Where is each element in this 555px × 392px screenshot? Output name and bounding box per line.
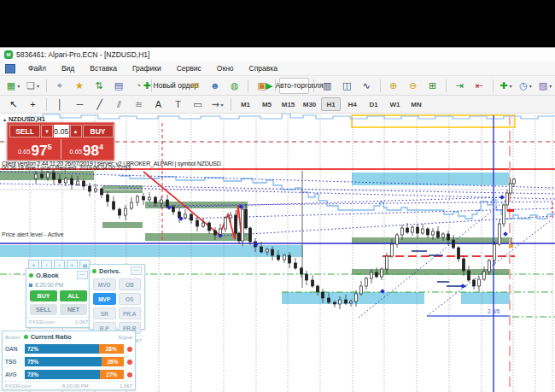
obook-sell-button[interactable]: SELL — [30, 304, 57, 315]
derivs-pra-button[interactable]: PR.A — [119, 307, 142, 319]
derivs-minimize-button[interactable]: — — [131, 266, 142, 275]
new-chart-icon[interactable]: ▦▾ — [4, 78, 22, 94]
chart-area[interactable]: ▲NZDUSD,H1 Client version 2.44 11:20 26/… — [0, 114, 555, 392]
label-icon: T — [175, 99, 181, 109]
crosshair-icon: + — [30, 99, 35, 109]
new-order-button[interactable]: ✚Новый ордер — [156, 78, 184, 94]
chevron-down-icon: ▾ — [510, 83, 512, 89]
new-chart-icon: ▦ — [7, 80, 15, 91]
obook-all-button[interactable]: ALL — [60, 290, 87, 301]
derivs-mvp-button[interactable]: MVP — [93, 293, 116, 305]
tf-mn[interactable]: MN — [406, 97, 426, 111]
bars-icon: ▥ — [323, 80, 331, 91]
line-chart-icon: ∿ — [363, 80, 371, 91]
screenshot-root: M 5836461: Alpari-Pro.ECN - [NZDUSD,H1] … — [0, 0, 555, 392]
profiles-icon[interactable]: ❏▾ — [24, 78, 42, 94]
obook-buy-button[interactable]: BUY — [30, 290, 57, 301]
tf-d1[interactable]: D1 — [364, 97, 383, 111]
tools-slot: ↖+│─╱⫽≋AT▭⇝▾ — [3, 97, 235, 113]
mt4-window: M 5836461: Alpari-Pro.ECN - [NZDUSD,H1] … — [0, 47, 555, 392]
terminal-icon: ▤ — [114, 80, 123, 91]
menu-help[interactable]: Справка — [242, 62, 285, 74]
ratio-row-avg: AVG 73%27% — [3, 368, 135, 381]
menu-insert[interactable]: Вставка — [82, 62, 125, 74]
tile-windows-icon[interactable]: ⊞ — [424, 78, 441, 94]
ratio-row-oan: OAN 72%28% — [3, 342, 135, 355]
volume-up-button[interactable]: ▲ — [70, 125, 82, 137]
zoom-in-icon[interactable]: ⊕ — [384, 78, 402, 94]
menu-file[interactable]: Файл — [20, 62, 54, 74]
vline-icon[interactable]: │ — [51, 97, 69, 113]
cursor-icon[interactable]: ↖ — [4, 97, 22, 113]
label-icon[interactable]: T — [169, 97, 187, 113]
menu-view[interactable]: Вид — [54, 62, 82, 74]
trendline-icon: ╱ — [96, 99, 102, 110]
fibo-icon[interactable]: ≋ — [130, 97, 148, 113]
autoscroll-icon: ⇤ — [475, 80, 482, 91]
indicators-icon[interactable]: ✚▾ — [497, 78, 515, 94]
derivs-ob-button[interactable]: OB — [119, 278, 142, 290]
short-ratio-bar: 28% — [99, 344, 124, 354]
buy-button[interactable]: BUY — [83, 125, 114, 137]
ratio-title: Current Ratio — [31, 333, 119, 341]
menu-charts[interactable]: Графики — [125, 62, 169, 74]
tile-windows-icon: ⊞ — [429, 80, 436, 91]
chevron-down-icon: ▾ — [529, 83, 532, 89]
ratio-footer-site[interactable]: FXSSI.com — [5, 383, 31, 389]
menu-window[interactable]: Окно — [209, 62, 242, 74]
expert-icon[interactable]: ☻ — [206, 78, 224, 94]
expert-icon: ☻ — [210, 80, 220, 91]
tf-m15[interactable]: M15 — [278, 97, 298, 111]
line-chart-icon[interactable]: ∿ — [358, 78, 376, 94]
arrows-icon[interactable]: ⇝▾ — [208, 97, 226, 113]
shift-end-icon[interactable]: ⇥ — [451, 78, 469, 94]
tf-m30[interactable]: M30 — [300, 97, 319, 111]
volume-input[interactable]: 0.05 — [54, 125, 69, 137]
channel-icon[interactable]: ⫽ — [110, 97, 128, 113]
signal-dot-icon — [127, 360, 132, 365]
tf-h4[interactable]: H4 — [342, 97, 362, 111]
obook-minimize-button[interactable]: — — [77, 271, 88, 279]
sell-button[interactable]: SELL — [9, 125, 40, 137]
tf-w1[interactable]: W1 — [385, 97, 405, 111]
chevron-down-icon: ▾ — [17, 83, 20, 89]
market-watch-icon: ⌖ — [57, 80, 62, 91]
ratio-footer-time: 8:20:00 PM — [62, 383, 89, 389]
menu-tools[interactable]: Сервис — [169, 62, 209, 74]
chevron-down-icon: ▾ — [37, 83, 39, 89]
autotrade-button[interactable]: ▶Авто-торговля — [279, 78, 309, 94]
data-window-icon[interactable]: ⇅ — [90, 78, 108, 94]
bars-icon[interactable]: ▥ — [318, 78, 336, 94]
status-dot-icon — [92, 269, 96, 273]
text-icon[interactable]: A — [149, 97, 167, 113]
derivs-mvo-button[interactable]: MVO — [93, 278, 116, 290]
terminal-icon[interactable]: ▤ — [109, 78, 127, 94]
channel-icon: ⫽ — [117, 99, 121, 110]
hline-icon[interactable]: ─ — [71, 97, 89, 113]
shapes-icon[interactable]: ▭ — [189, 97, 207, 113]
tf-m1[interactable]: M1 — [236, 97, 255, 111]
periods-icon[interactable]: ◷▾ — [517, 78, 535, 94]
tf-h1[interactable]: H1 — [321, 97, 341, 111]
volume-down-button[interactable]: ▼ — [41, 125, 53, 137]
obook-footer-site[interactable]: FXSSI.com — [29, 319, 55, 325]
metaeditor-icon[interactable]: ✉ — [186, 78, 204, 94]
crosshair-icon[interactable]: + — [24, 97, 42, 113]
candles-icon[interactable]: ◫ — [338, 78, 356, 94]
obook-net-button[interactable]: NET — [60, 304, 87, 315]
derivs-os-button[interactable]: OS — [119, 293, 142, 305]
community-icon[interactable]: ◍ — [225, 78, 243, 94]
clock-icon — [29, 284, 32, 287]
obook-title: O.Book — [36, 272, 77, 279]
chevron-down-icon: ▾ — [549, 83, 552, 89]
navigator-icon[interactable]: ★ — [70, 78, 88, 94]
tf-m5[interactable]: M5 — [257, 97, 277, 111]
trendline-icon[interactable]: ╱ — [91, 97, 108, 113]
market-watch-icon[interactable]: ⌖ — [50, 78, 68, 94]
templates-icon[interactable]: ▨▾ — [536, 78, 554, 94]
ea-caption-line2: 00:26:18 time Local | Request: 2019.06.0… — [2, 165, 131, 171]
derivs-sr-button[interactable]: SR — [93, 307, 116, 319]
zoom-out-icon[interactable]: ⊖ — [404, 78, 422, 94]
navigator-icon: ★ — [75, 80, 84, 91]
autoscroll-icon[interactable]: ⇤ — [470, 78, 488, 94]
